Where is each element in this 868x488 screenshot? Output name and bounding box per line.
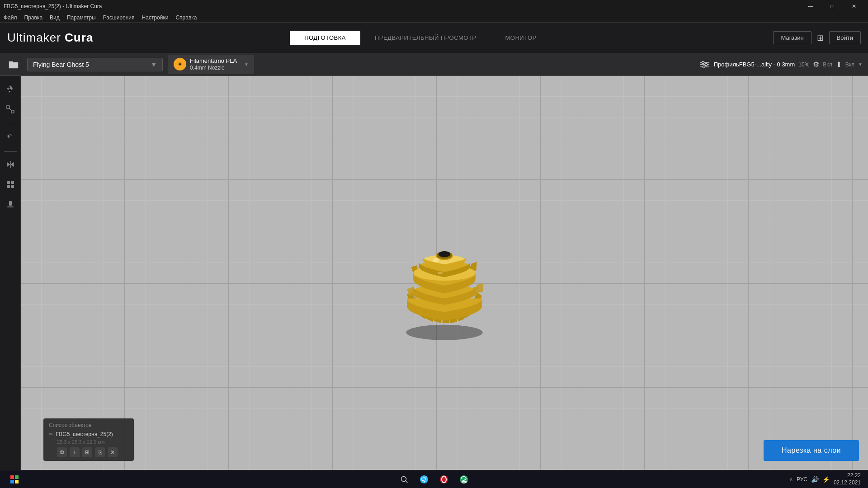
object-list-title: Список объектов xyxy=(49,422,128,428)
support-tool-button[interactable] xyxy=(2,196,19,212)
apps-icon[interactable]: ⊞ xyxy=(817,33,824,43)
tab-preview[interactable]: ПРЕДВАРИТЕЛЬНЫЙ ПРОСМОТР xyxy=(360,31,491,45)
taskbar-audio-icon[interactable]: 🔊 xyxy=(811,476,819,483)
move-tool-button[interactable] xyxy=(2,81,19,98)
sliders-icon xyxy=(699,60,710,69)
filament-selector[interactable]: Filamentarno PLA 0.4mm Nozzle ▼ xyxy=(168,55,254,75)
taskbar-power-icon[interactable]: ⚡ xyxy=(822,476,830,483)
taskbar-telegram-button[interactable] xyxy=(417,472,431,487)
taskbar-right: ∧ РУС 🔊 ⚡ 22:22 02.12.2021 xyxy=(789,472,861,486)
tool-separator-1 xyxy=(4,124,17,124)
svg-point-21 xyxy=(406,325,482,340)
svg-point-2 xyxy=(179,63,181,65)
menu-extensions[interactable]: Расширения xyxy=(103,14,135,21)
printer-name: Flying Bear Ghost 5 xyxy=(33,61,89,68)
menu-bar: Файл Правка Вид Параметры Расширения Нас… xyxy=(0,13,868,23)
svg-rect-16 xyxy=(11,181,14,184)
filament-icon xyxy=(174,58,186,70)
minimize-button[interactable]: — xyxy=(800,0,821,13)
menu-settings[interactable]: Настройки xyxy=(142,14,169,21)
support-toggle-label: Вкл xyxy=(823,61,832,68)
svg-line-34 xyxy=(406,481,407,483)
object-action-duplicate[interactable]: ⎘ xyxy=(95,447,105,457)
svg-line-11 xyxy=(9,108,11,110)
close-button[interactable]: ✕ xyxy=(844,0,864,13)
slice-button[interactable]: Нарезка на слои xyxy=(764,440,859,461)
taskbar-opera-button[interactable] xyxy=(437,472,451,487)
taskbar-center xyxy=(397,472,471,487)
object-list-item: ✏ FBG5_шестерня_25(2) xyxy=(49,431,128,437)
app-logo: Ultimaker Cura xyxy=(7,31,107,45)
edit-icon[interactable]: ✏ xyxy=(49,432,53,437)
undo-button[interactable] xyxy=(2,129,19,145)
svg-point-7 xyxy=(705,63,707,66)
windows-start-button[interactable] xyxy=(7,472,22,487)
object-action-add[interactable]: + xyxy=(70,447,80,457)
svg-marker-13 xyxy=(7,163,9,166)
settings-icon[interactable]: ⚙ xyxy=(813,60,819,69)
windows-logo xyxy=(10,475,19,483)
clock-time: 22:22 xyxy=(834,472,861,479)
gear-svg xyxy=(381,201,508,345)
open-folder-button[interactable] xyxy=(5,56,22,73)
viewport[interactable]: Список объектов ✏ FBG5_шестерня_25(2) 25… xyxy=(21,76,868,470)
menu-view[interactable]: Вид xyxy=(50,14,60,21)
taskbar: ∧ РУС 🔊 ⚡ 22:22 02.12.2021 xyxy=(0,470,868,488)
svg-point-8 xyxy=(703,66,705,68)
svg-marker-14 xyxy=(11,163,14,166)
menu-file[interactable]: Файл xyxy=(4,14,17,21)
main-area: Список объектов ✏ FBG5_шестерня_25(2) 25… xyxy=(0,76,868,470)
svg-point-6 xyxy=(702,61,704,63)
object-action-delete[interactable]: ✕ xyxy=(108,447,118,457)
nav-tabs: ПОДГОТОВКА ПРЕДВАРИТЕЛЬНЫЙ ПРОСМОТР МОНИ… xyxy=(107,31,734,45)
printer-dropdown-arrow: ▼ xyxy=(151,61,157,68)
scale-tool-button[interactable] xyxy=(2,101,19,117)
object-action-copy[interactable]: ⧉ xyxy=(57,447,67,457)
taskbar-clock: 22:22 02.12.2021 xyxy=(834,472,861,486)
menu-params[interactable]: Параметры xyxy=(67,14,96,21)
maximize-button[interactable]: □ xyxy=(822,0,843,13)
tab-monitor[interactable]: МОНИТОР xyxy=(491,31,551,45)
object-action-grid[interactable]: ⊞ xyxy=(82,447,92,457)
marketplace-button[interactable]: Магазин xyxy=(773,31,811,44)
taskbar-lang: РУС xyxy=(797,476,807,483)
svg-rect-10 xyxy=(11,110,14,113)
upload-icon[interactable]: ⬆ xyxy=(836,60,842,69)
svg-rect-9 xyxy=(7,106,9,108)
3d-model xyxy=(381,201,508,345)
header: Ultimaker Cura ПОДГОТОВКА ПРЕДВАРИТЕЛЬНЫ… xyxy=(0,23,868,53)
arrange-tool-button[interactable] xyxy=(2,176,19,192)
mirror-tool-button[interactable] xyxy=(2,156,19,173)
svg-rect-19 xyxy=(9,201,12,206)
printer-selector[interactable]: Flying Bear Ghost 5 ▼ xyxy=(27,58,163,71)
profile-controls: ПрофильFBG5-...ality - 0.3mm 10% ⚙ Вкл ⬆… xyxy=(699,60,863,69)
percentage-display: 10% xyxy=(798,61,809,68)
taskbar-edge-button[interactable] xyxy=(457,472,471,487)
second-toggle-label: Вкл xyxy=(845,61,854,68)
profile-dropdown-arrow[interactable]: ▼ xyxy=(858,62,863,67)
tab-prepare[interactable]: ПОДГОТОВКА xyxy=(290,31,360,45)
svg-rect-20 xyxy=(7,206,14,207)
svg-point-32 xyxy=(438,272,443,274)
tool-separator-2 xyxy=(4,151,17,152)
clock-date: 02.12.2021 xyxy=(834,479,861,487)
svg-rect-18 xyxy=(11,185,14,188)
svg-rect-15 xyxy=(7,181,10,184)
menu-help[interactable]: Справка xyxy=(175,14,197,21)
taskbar-start xyxy=(7,472,22,487)
printer-bar: Flying Bear Ghost 5 ▼ Filamentarno PLA 0… xyxy=(0,53,868,76)
left-sidebar xyxy=(0,76,21,470)
logo-text: Ultimaker Cura xyxy=(7,31,93,45)
title-bar-controls: — □ ✕ xyxy=(800,0,864,13)
signin-button[interactable]: Войти xyxy=(829,31,861,44)
svg-point-30 xyxy=(439,251,450,257)
taskbar-search-button[interactable] xyxy=(397,472,411,487)
svg-rect-17 xyxy=(7,185,10,188)
filament-dropdown-arrow: ▼ xyxy=(244,62,249,67)
filament-details: Filamentarno PLA 0.4mm Nozzle xyxy=(190,57,237,72)
taskbar-chevron[interactable]: ∧ xyxy=(789,476,793,482)
menu-edit[interactable]: Правка xyxy=(24,14,43,21)
object-list-panel: Список объектов ✏ FBG5_шестерня_25(2) 25… xyxy=(43,418,134,461)
title-bar: FBG5_шестерня_25(2) - Ultimaker Cura — □… xyxy=(0,0,868,13)
header-right: Магазин ⊞ Войти xyxy=(734,31,861,44)
